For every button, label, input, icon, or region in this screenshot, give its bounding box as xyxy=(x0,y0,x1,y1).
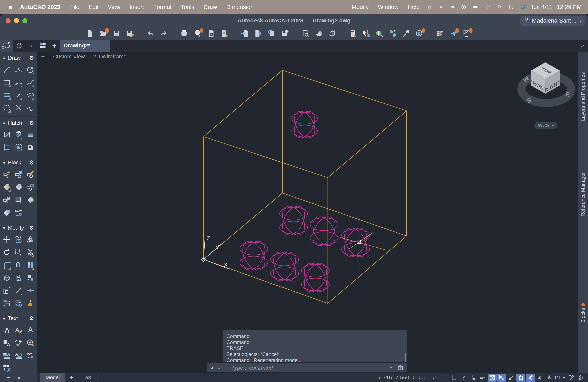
save-as-button[interactable] xyxy=(126,29,134,38)
drawing-scene[interactable]: ZYX xyxy=(37,52,578,373)
status-toggle-selection-cycling[interactable] xyxy=(497,374,506,382)
tool-polyline-icon[interactable] xyxy=(13,65,24,74)
command-input[interactable]: >_ Type a command xyxy=(207,363,407,372)
page-setup-button[interactable] xyxy=(220,29,229,38)
count-button[interactable] xyxy=(415,29,424,38)
menu-view[interactable]: View xyxy=(103,4,125,10)
panel-settings-gear-icon[interactable] xyxy=(29,55,34,61)
menu-help[interactable]: Help xyxy=(403,4,424,10)
panel-header-draw[interactable]: Draw xyxy=(0,52,37,62)
pan-button[interactable] xyxy=(315,29,323,38)
collapse-tabs-button[interactable]: « xyxy=(577,39,588,52)
tool-block-insert-icon[interactable] xyxy=(13,170,24,179)
tool-rectangle-icon[interactable] xyxy=(1,77,13,87)
status-toggle-polar-tracking[interactable] xyxy=(459,374,468,382)
tool-attribute-edit-icon[interactable] xyxy=(1,182,13,192)
wireframe-cube[interactable] xyxy=(204,70,407,304)
plot-upload-icon[interactable] xyxy=(397,364,404,372)
visual-style-button[interactable]: 2D Wireframe xyxy=(93,54,126,60)
share-button[interactable] xyxy=(449,29,458,38)
tool-pdf-recognition-icon[interactable]: PDF xyxy=(1,364,13,373)
tool-multiline-icon[interactable] xyxy=(1,90,13,100)
tool-text-single-icon[interactable]: A xyxy=(1,325,13,335)
tool-array-icon[interactable] xyxy=(24,260,36,270)
tool-break-icon[interactable] xyxy=(13,286,24,295)
status-toggle-dynamic-ucs[interactable] xyxy=(516,374,525,382)
wifi-icon[interactable] xyxy=(485,4,491,10)
tool-hatch-icon[interactable] xyxy=(1,130,13,139)
menu-draw[interactable]: Draw xyxy=(199,4,222,10)
tool-region-icon[interactable] xyxy=(13,143,24,152)
plot-button[interactable] xyxy=(180,29,189,38)
user-account-button[interactable]: Madalena Sant… xyxy=(520,16,585,26)
control-center-icon[interactable] xyxy=(509,4,514,10)
add-panel-button[interactable]: + xyxy=(6,374,10,381)
palette-tab-layers-and-properties[interactable]: Layers and Properties xyxy=(578,52,588,156)
panel-settings-gear-icon[interactable] xyxy=(29,120,34,126)
redo-button[interactable] xyxy=(160,29,168,38)
tool-trim-icon[interactable] xyxy=(24,247,36,257)
panel-header-hatch[interactable]: Hatch xyxy=(0,117,37,128)
arc-app-icon[interactable] xyxy=(427,4,432,10)
tool-rotate-icon[interactable] xyxy=(1,247,13,257)
menu-insert[interactable]: Insert xyxy=(125,4,149,10)
app-menu[interactable]: AutoCAD 2023 xyxy=(16,4,65,10)
plot-preview-button[interactable] xyxy=(207,29,215,38)
tool-offset-icon[interactable] xyxy=(13,260,24,270)
wire-sphere[interactable] xyxy=(269,248,300,284)
tool-gradient-icon[interactable] xyxy=(24,130,36,139)
attach-button[interactable] xyxy=(267,29,276,38)
menu-bar-clock[interactable]: ter. 4/11 12:29 PM xyxy=(532,4,583,10)
tool-text-underline-icon[interactable]: A xyxy=(24,325,36,335)
apple-menu[interactable] xyxy=(5,4,16,10)
menu-format[interactable]: Format xyxy=(148,4,176,10)
menu-modify[interactable]: Modify xyxy=(347,4,373,10)
workspace-switcher[interactable] xyxy=(567,374,576,382)
tool-point-break-icon[interactable] xyxy=(13,103,24,113)
tool-block-create-icon[interactable] xyxy=(1,170,13,179)
palette-tab-blocks[interactable]: Blocks xyxy=(578,286,588,373)
save-web-button[interactable] xyxy=(281,29,289,38)
new-file-button[interactable] xyxy=(85,29,94,38)
tool-fillet-icon[interactable] xyxy=(1,260,13,270)
wire-sphere[interactable] xyxy=(278,202,309,239)
tab-model[interactable]: Model xyxy=(40,373,65,382)
undo-button[interactable] xyxy=(146,29,155,38)
status-toggle-annotation-visibility[interactable] xyxy=(526,374,535,382)
match-properties-button[interactable] xyxy=(402,29,410,38)
new-layout-button[interactable]: + xyxy=(65,373,78,382)
tool-attribute-define-icon[interactable] xyxy=(13,182,24,192)
tool-hatch-edit-icon[interactable] xyxy=(13,130,24,139)
tab-layout-a3[interactable]: a3 xyxy=(78,373,99,382)
panel-settings-gear-icon[interactable] xyxy=(29,159,34,166)
tool-ellipse-icon[interactable] xyxy=(24,90,36,100)
tool-text-column-icon[interactable]: A xyxy=(1,338,13,348)
wire-sphere[interactable] xyxy=(290,108,319,141)
status-toggle-ortho-mode[interactable] xyxy=(449,374,458,382)
tool-text-brush-icon[interactable]: A xyxy=(13,325,24,335)
tool-text-find-icon[interactable]: A xyxy=(24,338,36,348)
command-history-panel[interactable]: Command:Command:ERASESelect objects: *Ca… xyxy=(223,330,407,363)
tool-lengthen-icon[interactable] xyxy=(13,299,24,308)
view-controls-button[interactable]: Custom View xyxy=(53,54,85,60)
orbit-button[interactable] xyxy=(328,29,336,38)
viewport-layout-icon[interactable] xyxy=(37,39,49,52)
wire-sphere[interactable] xyxy=(300,259,331,295)
tool-purge-icon[interactable] xyxy=(24,299,36,308)
properties-button[interactable] xyxy=(348,29,357,38)
wire-sphere[interactable] xyxy=(238,237,269,273)
status-toggle-annotation-autoscale[interactable] xyxy=(536,374,545,382)
viewport-menu-button[interactable]: + xyxy=(41,53,45,60)
viewcube[interactable]: W S E TOP FRONT RIGHT WCS xyxy=(517,59,577,131)
export-button[interactable] xyxy=(254,29,262,38)
tool-arc-icon[interactable] xyxy=(13,77,24,87)
tool-palettes-button[interactable] xyxy=(389,29,397,38)
tool-spell-check-icon[interactable]: ABC xyxy=(13,338,24,348)
tool-region-plus-icon[interactable] xyxy=(13,195,24,205)
palette-tab-reference-manager[interactable]: Reference Manager xyxy=(578,156,588,286)
battery-icon[interactable] xyxy=(473,4,479,10)
drawing-compare-button[interactable] xyxy=(436,29,444,38)
import-button[interactable] xyxy=(241,29,249,38)
siri-icon[interactable] xyxy=(520,4,526,10)
wire-sphere[interactable] xyxy=(340,224,371,260)
